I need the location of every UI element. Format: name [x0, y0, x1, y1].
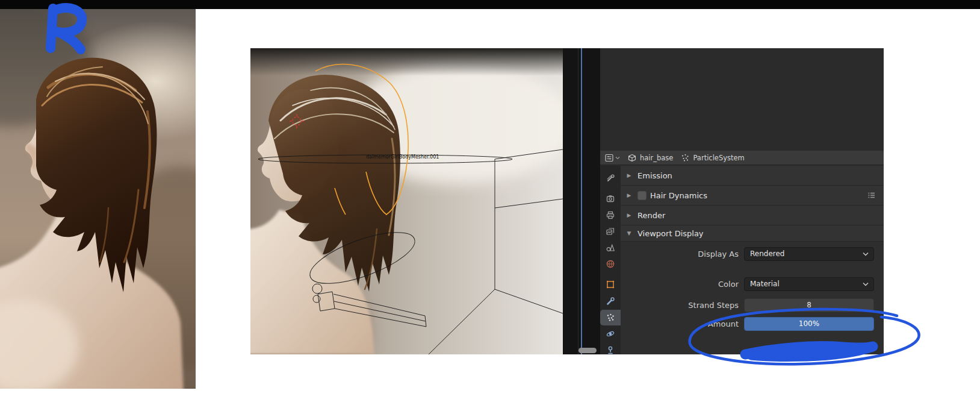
region-edge-line [578, 48, 578, 354]
color-dropdown[interactable]: Material [744, 277, 874, 291]
tab-physics[interactable] [600, 326, 621, 342]
panel-header-render[interactable]: ▶ Render [621, 206, 884, 225]
editor-divider-strip [563, 48, 600, 354]
render-icon [606, 194, 615, 204]
display-as-dropdown[interactable]: Rendered [744, 247, 874, 261]
viewport-art: dalmemorGirlBodyMesher.001 [250, 48, 563, 354]
rendered-image-panel [0, 9, 196, 389]
world-icon [606, 259, 615, 269]
output-icon [606, 210, 615, 220]
properties-editor-icon [604, 153, 614, 163]
properties-tab-column [600, 166, 621, 354]
tool-icon [606, 174, 615, 183]
tab-constraints[interactable] [600, 342, 621, 354]
chevron-down-icon [615, 156, 620, 160]
amount-row: Amount 100% [621, 316, 884, 331]
amount-value: 100% [799, 319, 819, 328]
panel-label: Viewport Display [637, 229, 704, 238]
display-as-value: Rendered [750, 250, 784, 258]
viewport-3d[interactable]: dalmemorGirlBodyMesher.001 [250, 48, 563, 354]
tab-output[interactable] [600, 207, 621, 223]
strand-steps-row: Strand Steps 8 [621, 298, 884, 312]
strand-steps-value: 8 [807, 301, 811, 309]
object-name-label: dalmemorGirlBodyMesher.001 [366, 154, 439, 160]
tab-scene[interactable] [600, 240, 621, 256]
region-divider-line[interactable] [581, 48, 582, 354]
color-row: Color Material [621, 277, 884, 291]
panel-header-viewport-display[interactable]: ▼ Viewport Display [621, 225, 884, 242]
editor-type-button[interactable] [604, 153, 620, 163]
screenshot-root: dalmemorGirlBodyMesher.001 [0, 0, 980, 405]
hair-dynamics-checkbox[interactable] [637, 191, 647, 200]
breadcrumb-particle-system[interactable]: ParticleSystem [680, 153, 744, 163]
hair-dynamics-presets-icon[interactable] [867, 190, 876, 200]
top-black-bar [0, 0, 980, 9]
panel-header-hair-dynamics[interactable]: ▶ Hair Dynamics [621, 186, 884, 206]
rendered-image-art [0, 9, 196, 389]
panel-header-emission[interactable]: ▶ Emission [621, 166, 884, 186]
modifiers-icon [606, 297, 615, 306]
horizontal-scrollbar[interactable] [578, 348, 597, 353]
color-value: Material [750, 280, 780, 288]
tab-modifiers[interactable] [600, 294, 621, 309]
panel-label: Render [637, 211, 665, 220]
properties-body: ▶ Emission ▶ Hair Dynamics ▶ Render [600, 166, 884, 354]
caret-icon: ▶ [624, 172, 634, 178]
properties-content: ▶ Emission ▶ Hair Dynamics ▶ Render [621, 166, 884, 354]
particles-icon [606, 313, 615, 322]
object-cube-icon [627, 153, 637, 163]
caret-icon: ▶ [624, 212, 634, 218]
object-icon [606, 280, 615, 289]
view-layer-icon [606, 227, 615, 236]
amount-label: Amount [621, 319, 744, 328]
caret-icon: ▶ [624, 192, 634, 198]
breadcrumb-particle-system-name: ParticleSystem [693, 154, 744, 162]
physics-icon [606, 329, 615, 339]
strand-steps-field[interactable]: 8 [744, 298, 874, 312]
properties-header: hair_base ParticleSystem [600, 151, 884, 165]
chevron-down-icon [863, 252, 869, 256]
panel-label: Emission [637, 171, 672, 180]
constraints-icon [606, 345, 615, 354]
amount-slider[interactable]: 100% [744, 317, 874, 331]
display-as-row: Display As Rendered [621, 246, 884, 261]
strand-steps-label: Strand Steps [621, 301, 744, 310]
tab-world[interactable] [600, 256, 621, 272]
breadcrumb-object[interactable]: hair_base [627, 153, 673, 163]
display-as-label: Display As [621, 250, 744, 259]
tab-view-layer[interactable] [600, 224, 621, 239]
tab-render[interactable] [600, 191, 621, 207]
particle-system-icon [680, 153, 690, 163]
tab-tool[interactable] [600, 171, 621, 186]
panel-label: Hair Dynamics [650, 191, 707, 200]
tab-object[interactable] [600, 277, 621, 292]
chevron-down-icon [863, 282, 869, 286]
caret-icon: ▼ [624, 230, 634, 236]
tab-particles[interactable] [600, 310, 621, 325]
breadcrumb-object-name: hair_base [640, 154, 673, 162]
color-label: Color [621, 280, 744, 289]
scene-icon [606, 243, 615, 253]
properties-editor: hair_base ParticleSystem [600, 48, 884, 354]
